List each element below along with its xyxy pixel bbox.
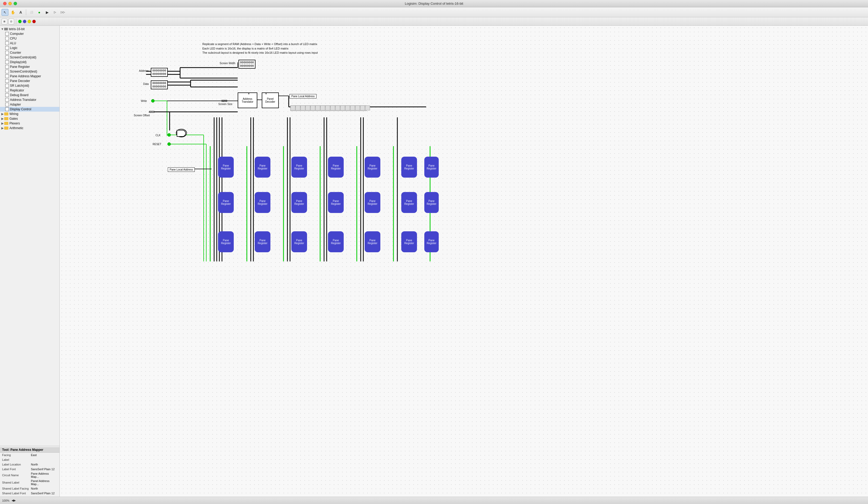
svg-rect-53	[316, 105, 320, 110]
sidebar-item-display-control[interactable]: Display Control	[0, 107, 60, 112]
sidebar-item-screencontrol-test[interactable]: ScreenControl(test)	[0, 69, 60, 74]
tree-root[interactable]: ▼ tetris-16-bit	[0, 27, 60, 31]
color-green[interactable]	[18, 20, 22, 23]
sidebar-item-display-old[interactable]: Display(old)	[0, 60, 60, 64]
color-yellow[interactable]	[28, 20, 31, 23]
dropdown-arrow-1: ▼	[248, 92, 250, 95]
simulate-button[interactable]: ●	[36, 9, 43, 16]
maximize-button[interactable]	[14, 2, 17, 5]
sidebar-item-pane-decoder[interactable]: Pane Decoder	[0, 79, 60, 83]
folder-icon-plexers	[4, 122, 8, 125]
sidebar-label-counter: Counter	[10, 51, 21, 54]
svg-rect-55	[326, 105, 330, 110]
pane-local-address-label-1: Pane Local Address	[290, 94, 317, 99]
pane-register-r2c4: PaneRegister	[328, 192, 344, 213]
circuit-icon	[5, 74, 9, 78]
circuit-icon	[5, 41, 9, 45]
circuit-icon	[5, 46, 9, 50]
new-button[interactable]: ⬜	[28, 9, 35, 16]
svg-rect-59	[345, 105, 350, 110]
prop-value-facing: East	[31, 453, 57, 456]
prop-value-shared-label: Panel Address Map...	[31, 480, 57, 486]
label-4000: 4000	[149, 111, 154, 113]
label-write: Write	[141, 100, 147, 102]
canvas-area[interactable]: Replicate a segment of RAM (Address + Da…	[60, 26, 868, 497]
circuit-icon	[5, 32, 9, 36]
sidebar-label-display-old: Display(old)	[10, 60, 27, 64]
prop-value-label-location: North	[31, 463, 57, 466]
pane-register-r2c3: PaneRegister	[291, 192, 307, 213]
tool-small-1[interactable]: ⊞	[2, 19, 7, 24]
prop-label-row: Label	[0, 457, 60, 462]
minimize-button[interactable]	[8, 2, 12, 5]
sidebar-item-sr-latch[interactable]: SR Latch(old)	[0, 83, 60, 88]
text-tool-button[interactable]: A	[17, 9, 24, 16]
folder-icon-arithmetic	[4, 127, 8, 130]
expand-icon: ▶	[1, 122, 4, 125]
svg-rect-47	[291, 105, 366, 111]
sidebar-item-computer[interactable]: Computer	[0, 31, 60, 36]
pane-register-r3c7: PaneRegister	[424, 231, 439, 252]
tool-small-2[interactable]: ⊡	[8, 19, 14, 24]
sidebar-item-arithmetic[interactable]: ▶ Arithmetic	[0, 126, 60, 130]
color-red[interactable]	[32, 20, 36, 23]
sidebar-label-pane-address-mapper: Pane Address Mapper	[10, 74, 41, 78]
sidebar-item-screencontrol-old[interactable]: ScreenControl(old)	[0, 55, 60, 60]
label-0200: 0200	[221, 100, 227, 102]
sidebar-item-adapter[interactable]: Adapter	[0, 102, 60, 107]
sidebar-label-gates: Gates	[9, 117, 18, 121]
secondary-toolbar: ⊞ ⊡	[0, 17, 868, 26]
dropdown-arrow-2: ▼	[265, 92, 267, 95]
sidebar-item-logic[interactable]: Logic	[0, 46, 60, 50]
sidebar-item-alu[interactable]: ALU	[0, 41, 60, 46]
expand-icon: ▶	[1, 113, 4, 115]
prop-shared-label-font: Shared Label Font SansSerif Plain 12	[0, 491, 60, 496]
circuit-icon	[5, 98, 9, 102]
sidebar-item-address-translator[interactable]: Address Translator	[0, 98, 60, 102]
sidebar-item-wiring[interactable]: ▶ Wiring	[0, 112, 60, 116]
sidebar-item-gates[interactable]: ▶ Gates	[0, 116, 60, 121]
sidebar-item-pane-register[interactable]: Pane Register	[0, 64, 60, 69]
pane-register-r1c5: PaneRegister	[365, 157, 380, 178]
fast-forward-button[interactable]: ▷▷	[60, 9, 66, 16]
prop-label-shared-label: Shared Label	[2, 481, 31, 484]
circuit-icon	[5, 89, 9, 92]
play-button[interactable]: ▶	[44, 9, 51, 16]
pane-register-r3c3: PaneRegister	[291, 231, 307, 252]
label-address: Address	[139, 69, 149, 72]
sidebar-item-replicator[interactable]: Replicator	[0, 88, 60, 93]
prop-label-location: Label Location North	[0, 462, 60, 467]
sidebar: ▼ tetris-16-bit Computer CPU ALU Logic	[0, 26, 60, 497]
step-button[interactable]: ▷	[52, 9, 58, 16]
pane-register-r2c5: PaneRegister	[365, 192, 380, 213]
hand-tool-button[interactable]: ✋	[9, 9, 16, 16]
sidebar-item-pane-address-mapper[interactable]: Pane Address Mapper	[0, 74, 60, 79]
close-button[interactable]	[3, 2, 7, 5]
panel-decoder-component: PanelDecoder	[262, 92, 279, 108]
pane-register-r3c2: PaneRegister	[255, 231, 270, 252]
window-title: Logisim: Display Control of tetris-16-bi…	[405, 2, 463, 6]
scroll-control[interactable]: ◀▶	[11, 499, 16, 502]
sidebar-label-debug-board: Debug Board	[10, 93, 29, 97]
prop-label-label-location: Label Location	[2, 463, 31, 466]
sidebar-item-debug-board[interactable]: Debug Board	[0, 93, 60, 98]
color-blue[interactable]	[23, 20, 27, 23]
pointer-tool-button[interactable]: ↖	[2, 9, 8, 16]
window-controls[interactable]	[3, 2, 17, 5]
titlebar: Logisim: Display Control of tetris-16-bi…	[0, 0, 868, 7]
svg-rect-61	[355, 105, 360, 110]
pane-register-r3c5: PaneRegister	[365, 231, 380, 252]
circuit-icon	[5, 56, 9, 59]
circuit-canvas[interactable]: Replicate a segment of RAM (Address + Da…	[60, 26, 868, 497]
svg-rect-51	[306, 105, 310, 110]
address-display: 00000000 00000000	[151, 68, 168, 77]
data-display: 00000000 00000000	[151, 80, 168, 89]
sidebar-item-plexers[interactable]: ▶ Plexers	[0, 121, 60, 126]
sidebar-item-cpu[interactable]: CPU	[0, 36, 60, 41]
properties-panel: Tool: Pane Address Mapper Facing East La…	[0, 446, 60, 497]
sidebar-item-counter[interactable]: Counter	[0, 50, 60, 55]
circuit-icon	[5, 103, 9, 107]
pane-local-address-label-2: Pane Local Address	[168, 168, 195, 172]
sidebar-label-sr-latch: SR Latch(old)	[10, 84, 29, 88]
sidebar-label-alu: ALU	[10, 41, 16, 45]
